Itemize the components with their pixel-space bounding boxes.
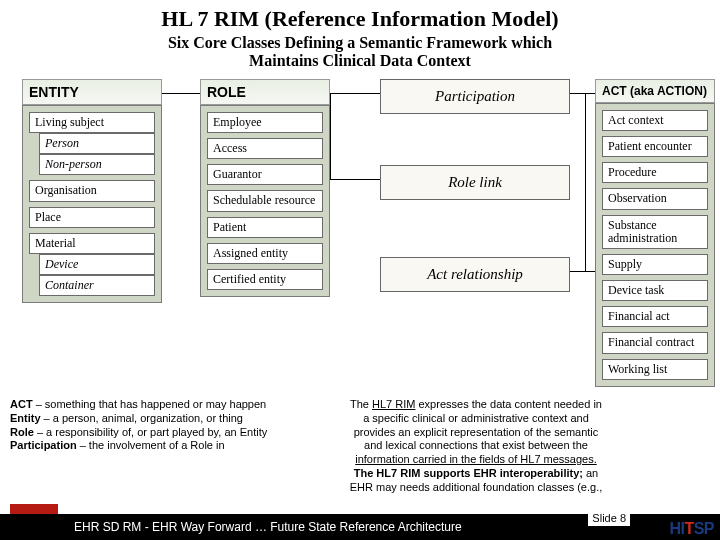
brand-t: T <box>684 520 693 537</box>
slide-footer: EHR SD RM - EHR Way Forward … Future Sta… <box>0 514 720 540</box>
role-item: Access <box>207 138 323 159</box>
role-header: ROLE <box>200 79 330 105</box>
role-item: Assigned entity <box>207 243 323 264</box>
subtitle-line-2: Maintains Clinical Data Context <box>249 52 471 69</box>
brand-sp: SP <box>694 520 714 537</box>
entity-item: Place <box>29 207 155 228</box>
rolelink-label: Role link <box>380 165 570 200</box>
connector <box>330 93 380 94</box>
act-item: Financial act <box>602 306 708 327</box>
act-item: Device task <box>602 280 708 301</box>
role-item: Guarantor <box>207 164 323 185</box>
entity-column: ENTITY Living subject Person Non-person … <box>22 79 162 304</box>
def-role-term: Role <box>10 426 34 438</box>
act-item: Patient encounter <box>602 136 708 157</box>
entity-body: Living subject Person Non-person Organis… <box>22 105 162 304</box>
participation-label: Participation <box>380 79 570 114</box>
def-participation-text: – the involvement of a Role in <box>77 439 225 451</box>
role-item: Certified entity <box>207 269 323 290</box>
role-item: Schedulable resource <box>207 190 323 211</box>
explanation-block: The HL7 RIM expresses the data content n… <box>346 398 606 494</box>
page-title: HL 7 RIM (Reference Information Model) <box>0 6 720 32</box>
rim-diagram: ENTITY Living subject Person Non-person … <box>0 79 720 409</box>
entity-item: Non-person <box>39 154 155 175</box>
act-item: Act context <box>602 110 708 131</box>
rolelink-box: Role link <box>380 165 570 200</box>
entity-header: ENTITY <box>22 79 162 105</box>
def-act-term: ACT <box>10 398 33 410</box>
def-role-text: – a responsibility of, or part played by… <box>34 426 267 438</box>
footer-text: EHR SD RM - EHR Way Forward … Future Sta… <box>74 520 462 534</box>
expl-underline-1: HL7 RIM <box>372 398 415 410</box>
expl-bold: The HL7 RIM supports EHR interoperabilit… <box>354 467 583 479</box>
definitions-block: ACT – something that has happened or may… <box>10 398 340 453</box>
entity-item: Organisation <box>29 180 155 201</box>
act-item: Substance administration <box>602 215 708 249</box>
participation-box: Participation <box>380 79 570 114</box>
connector <box>162 93 200 94</box>
act-item: Working list <box>602 359 708 380</box>
def-entity-term: Entity <box>10 412 41 424</box>
actrel-label: Act relationship <box>380 257 570 292</box>
act-item: Financial contract <box>602 332 708 353</box>
def-participation-term: Participation <box>10 439 77 451</box>
act-item: Observation <box>602 188 708 209</box>
connector <box>585 93 586 271</box>
expl-underline-2: information carried in the fields of HL7… <box>355 453 597 465</box>
entity-item: Container <box>39 275 155 296</box>
page-subtitle: Six Core Classes Defining a Semantic Fra… <box>0 34 720 71</box>
connector <box>330 179 380 180</box>
act-body: Act context Patient encounter Procedure … <box>595 103 715 387</box>
role-body: Employee Access Guarantor Schedulable re… <box>200 105 330 297</box>
def-act-text: – something that has happened or may hap… <box>33 398 267 410</box>
act-column: ACT (aka ACTION) Act context Patient enc… <box>595 79 715 387</box>
role-item: Employee <box>207 112 323 133</box>
actrel-box: Act relationship <box>380 257 570 292</box>
connector <box>570 271 595 272</box>
act-item: Procedure <box>602 162 708 183</box>
brand-hi: HI <box>669 520 684 537</box>
role-item: Patient <box>207 217 323 238</box>
entity-item: Device <box>39 254 155 275</box>
subtitle-line-1: Six Core Classes Defining a Semantic Fra… <box>168 34 552 51</box>
entity-item: Material <box>29 233 155 254</box>
act-item: Supply <box>602 254 708 275</box>
connector <box>330 93 331 179</box>
connector <box>570 93 595 94</box>
hitsp-logo: HITSP <box>669 520 714 538</box>
act-header: ACT (aka ACTION) <box>595 79 715 103</box>
entity-item: Person <box>39 133 155 154</box>
slide-number: Slide 8 <box>588 510 630 526</box>
def-entity-text: – a person, animal, organization, or thi… <box>41 412 243 424</box>
role-column: ROLE Employee Access Guarantor Schedulab… <box>200 79 330 297</box>
entity-item: Living subject <box>29 112 155 133</box>
expl-text: The <box>350 398 372 410</box>
